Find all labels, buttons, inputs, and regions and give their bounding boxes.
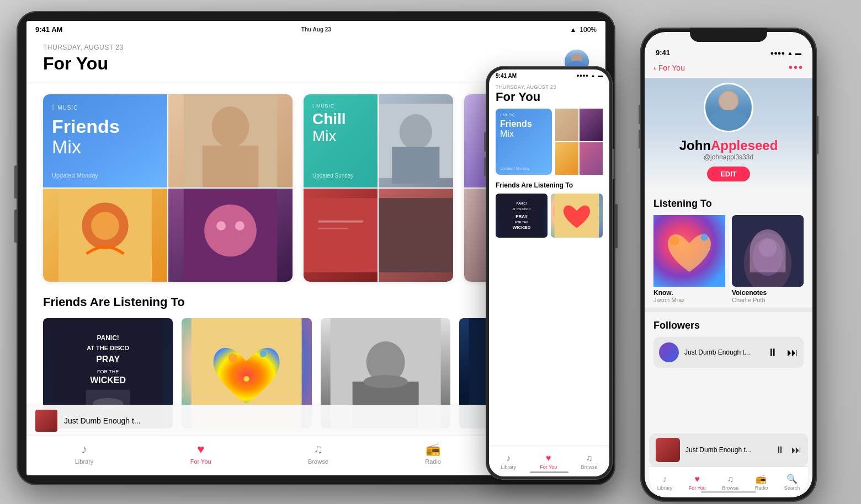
iphx-know-art [653, 215, 725, 287]
svg-point-51 [669, 236, 679, 245]
svg-text:AT THE DISCO: AT THE DISCO [87, 345, 129, 351]
tab-for-you[interactable]: ♥ For You [190, 442, 211, 465]
iphx-more-button[interactable]: ••• [789, 61, 804, 74]
iphx-wifi-icon: ▲ [787, 50, 793, 56]
ipad-status-icons: ▲ 100% [570, 26, 597, 34]
library-icon: ♪ [81, 442, 87, 457]
more-dots-icon: ••• [789, 61, 804, 73]
iphx-now-playing[interactable]: Just Dumb Enough t... ⏸ ⏭ [649, 433, 808, 467]
apple-logo-icon:  [52, 103, 55, 112]
iphone-mid-tab-library[interactable]: ♪ Library [501, 453, 517, 470]
iphx-tab-search[interactable]: 🔍 Search [784, 474, 800, 491]
iphx-battery-icon: ▬ [795, 50, 801, 56]
iphone-friend-panic[interactable]: PANIC! AT THE DISCO PRAY FOR THE WICKED [496, 194, 548, 238]
album-thumb-chill-4[interactable] [379, 189, 453, 282]
chevron-left-icon: ‹ [653, 63, 656, 72]
chill-mix-card[interactable]:  MUSIC Chill Mix Updated Sunday [304, 94, 378, 187]
iphx-username: @johnappl3s33d [704, 153, 753, 161]
tab-library[interactable]: ♪ Library [75, 442, 94, 465]
album-art-person1 [168, 94, 293, 187]
iphx-follower-row[interactable]: Just Dumb Enough t... ⏸ ⏭ [653, 337, 804, 368]
iphx-avatar-image [705, 84, 752, 131]
svg-rect-18 [379, 198, 453, 272]
iphone-album-1[interactable] [555, 109, 578, 141]
iphone-mid-library-icon: ♪ [506, 453, 511, 463]
iphone-x-notch [690, 28, 767, 42]
svg-point-7 [91, 212, 119, 240]
iphone-mid-wifi-icon: ▲ [591, 73, 596, 79]
iphx-listening-section: Listening To [645, 190, 812, 308]
ipad-power-button [615, 204, 618, 248]
album-thumb-chill-2[interactable] [379, 94, 453, 187]
iphx-avatar[interactable] [704, 83, 753, 132]
skip-icon[interactable]: ⏭ [787, 346, 798, 359]
iphx-np-controls: ⏸ ⏭ [775, 444, 801, 456]
iphx-follower-name: Just Dumb Enough t... [684, 348, 762, 356]
iphone-x-vol-down [639, 130, 640, 149]
iphone-mid-status-icons: ●●●● ▲ ▬ [576, 73, 603, 79]
iphone-album-3[interactable] [555, 142, 578, 175]
svg-point-9 [204, 205, 257, 257]
iphone-x-power [817, 116, 819, 154]
iphone-x-screen: 9:41 ●●●● ▲ ▬ ‹ For You ••• [645, 32, 812, 497]
iphone-friends-mix[interactable]:  MUSIC FriendsMix Updated Monday [496, 109, 552, 175]
svg-text:AT THE DISCO: AT THE DISCO [512, 208, 530, 211]
iphx-album-voicenotes[interactable]: Voicenotes Charlie Puth [732, 215, 804, 303]
iphx-time: 9:41 [656, 49, 670, 57]
svg-point-49 [713, 110, 744, 132]
iphx-nav: ‹ For You ••• [645, 59, 812, 78]
battery-icon: 100% [580, 26, 597, 34]
iphone-mid-vol-down [484, 157, 486, 176]
iphx-back-button[interactable]: ‹ For You [653, 63, 685, 72]
iphone-album-4[interactable] [580, 142, 603, 175]
album-thumb-1[interactable] [168, 94, 293, 187]
iphx-radio-label: Radio [755, 485, 768, 491]
iphx-tab-radio[interactable]: 📻 Radio [755, 474, 768, 491]
iphone-jason-art [551, 194, 603, 238]
pause-icon[interactable]: ⏸ [767, 346, 778, 359]
iphone-album-grid [555, 109, 603, 175]
tab-browse[interactable]: ♫ Browse [308, 442, 328, 465]
svg-point-34 [363, 375, 407, 388]
iphx-pause-icon[interactable]: ⏸ [775, 444, 785, 456]
iphx-edit-button[interactable]: EDIT [707, 167, 750, 181]
iphone-friend-jason[interactable] [551, 194, 603, 238]
friends-mix-overlay[interactable]:  MUSIC Friends Mix Updated Monday [43, 94, 167, 187]
iphx-follower-controls: ⏸ ⏭ [767, 346, 798, 359]
iphx-search-icon: 🔍 [786, 474, 798, 484]
album-thumb-3[interactable] [168, 189, 293, 282]
iphone-mid-library-label: Library [501, 464, 517, 470]
svg-text:PANIC!: PANIC! [97, 334, 119, 342]
iphx-name-last: Appleseed [711, 138, 778, 153]
iphx-tab-browse[interactable]: ♫ Browse [722, 474, 738, 491]
iphone-mid-title: For You [496, 90, 603, 104]
iphone-mid-mixes:  MUSIC FriendsMix Updated Monday [489, 109, 609, 175]
tab-radio[interactable]: 📻 Radio [425, 442, 441, 465]
iphone-x: 9:41 ●●●● ▲ ▬ ‹ For You ••• [640, 28, 817, 502]
iphx-next-icon[interactable]: ⏭ [791, 444, 801, 456]
iphone-mid-tab-browse[interactable]: ♫ Browse [581, 453, 597, 470]
svg-text:PRAY: PRAY [515, 214, 528, 219]
iphx-albums-row: Know. Jason Mraz Vo [653, 215, 804, 303]
album-thumb-2[interactable] [43, 189, 167, 282]
album-thumb-chill-3[interactable] [304, 189, 378, 282]
iphx-listening-title: Listening To [653, 198, 804, 210]
np-album-art [35, 410, 57, 432]
svg-rect-14 [392, 147, 440, 184]
friends-mix-updated: Updated Monday [52, 172, 158, 179]
tab-radio-label: Radio [425, 458, 441, 465]
iphone-album-2[interactable] [580, 109, 603, 141]
svg-point-10 [216, 221, 226, 230]
ipad-volume-up [14, 165, 17, 199]
iphx-tab-library[interactable]: ♪ Library [657, 474, 673, 491]
friends-mix-card[interactable]:  MUSIC Friends Mix Updated Monday [43, 94, 293, 282]
iphone-mid: 9:41 AM ●●●● ▲ ▬ THURSDAY, AUGUST 23 For… [486, 66, 613, 480]
svg-point-0 [571, 53, 582, 64]
svg-point-52 [701, 234, 708, 241]
album-art-head [43, 189, 167, 282]
svg-text:WICKED: WICKED [90, 376, 126, 385]
iphone-mid-date: THURSDAY, AUGUST 23 [496, 84, 603, 90]
iphx-album-know[interactable]: Know. Jason Mraz [653, 215, 725, 303]
iphone-mid-tab-for-you[interactable]: ♥ For You [540, 453, 557, 470]
iphx-tab-for-you[interactable]: ♥ For You [689, 474, 706, 491]
